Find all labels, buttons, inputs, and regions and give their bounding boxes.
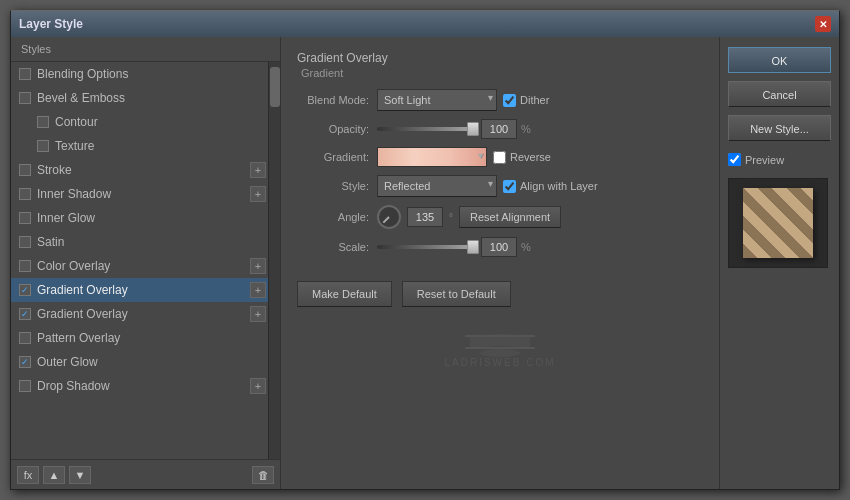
angle-input[interactable]: [407, 207, 443, 227]
ok-button[interactable]: OK: [728, 47, 831, 73]
fx-button[interactable]: fx: [17, 466, 39, 484]
checkbox-contour[interactable]: [37, 116, 49, 128]
reverse-checkbox-label[interactable]: Reverse: [493, 151, 551, 164]
dither-label: Dither: [520, 94, 549, 106]
blend-mode-select-wrapper: Soft Light Normal Multiply Screen Overla…: [377, 89, 497, 111]
dialog-title: Layer Style: [19, 17, 83, 31]
styles-header: Styles: [11, 37, 280, 62]
blend-mode-row: Blend Mode: Soft Light Normal Multiply S…: [297, 89, 703, 111]
add-gradient-overlay-1-button[interactable]: +: [250, 282, 266, 298]
new-style-button[interactable]: New Style...: [728, 115, 831, 141]
sidebar-item-satin[interactable]: Satin: [11, 230, 280, 254]
checkbox-gradient-overlay-2[interactable]: ✓: [19, 308, 31, 320]
blend-mode-label: Blend Mode:: [297, 94, 377, 106]
watermark: LADRISWEB.COM: [297, 327, 703, 368]
move-up-button[interactable]: ▲: [43, 466, 65, 484]
label-contour: Contour: [55, 115, 98, 129]
checkbox-texture[interactable]: [37, 140, 49, 152]
style-select[interactable]: Reflected Linear Radial Angle Diamond: [377, 175, 497, 197]
preview-checkbox-label[interactable]: Preview: [728, 153, 831, 166]
checkbox-blending[interactable]: [19, 68, 31, 80]
sidebar-item-contour[interactable]: Contour: [11, 110, 280, 134]
delete-button[interactable]: 🗑: [252, 466, 274, 484]
reset-default-button[interactable]: Reset to Default: [402, 281, 511, 307]
opacity-slider[interactable]: [377, 127, 477, 131]
title-bar: Layer Style ✕: [11, 11, 839, 37]
angle-row: Angle: ° Reset Alignment: [297, 205, 703, 229]
book-icon: [460, 327, 540, 357]
add-inner-shadow-button[interactable]: +: [250, 186, 266, 202]
sidebar-item-outer-glow[interactable]: ✓ Outer Glow: [11, 350, 280, 374]
sidebar-item-color-overlay[interactable]: Color Overlay +: [11, 254, 280, 278]
scale-control: %: [377, 237, 703, 257]
sidebar-item-stroke[interactable]: Stroke +: [11, 158, 280, 182]
reset-alignment-button[interactable]: Reset Alignment: [459, 206, 561, 228]
align-checkbox-label[interactable]: Align with Layer: [503, 180, 598, 193]
opacity-control: %: [377, 119, 703, 139]
checkbox-satin[interactable]: [19, 236, 31, 248]
align-checkbox[interactable]: [503, 180, 516, 193]
sidebar-item-inner-shadow[interactable]: Inner Shadow +: [11, 182, 280, 206]
sidebar-item-gradient-overlay-1[interactable]: ✓ Gradient Overlay +: [11, 278, 280, 302]
move-down-button[interactable]: ▼: [69, 466, 91, 484]
preview-label: Preview: [745, 154, 784, 166]
sidebar-item-blending[interactable]: Blending Options: [11, 62, 280, 86]
close-button[interactable]: ✕: [815, 16, 831, 32]
make-default-button[interactable]: Make Default: [297, 281, 392, 307]
sidebar-item-gradient-overlay-2[interactable]: ✓ Gradient Overlay +: [11, 302, 280, 326]
gradient-control: ▾ Reverse: [377, 147, 703, 167]
label-inner-glow: Inner Glow: [37, 211, 95, 225]
blend-mode-select[interactable]: Soft Light Normal Multiply Screen Overla…: [377, 89, 497, 111]
opacity-input[interactable]: [481, 119, 517, 139]
gradient-row: Gradient: ▾ Reverse: [297, 147, 703, 167]
angle-unit: °: [449, 212, 453, 223]
sidebar-item-pattern-overlay[interactable]: Pattern Overlay: [11, 326, 280, 350]
dither-checkbox-label[interactable]: Dither: [503, 94, 549, 107]
checkbox-gradient-overlay-1[interactable]: ✓: [19, 284, 31, 296]
preview-image: [743, 188, 813, 258]
preview-box: [728, 178, 828, 268]
gradient-preview-wrapper: ▾: [377, 147, 487, 167]
styles-list: Blending Options Bevel & Emboss Contour …: [11, 62, 280, 459]
style-row: Style: Reflected Linear Radial Angle Dia…: [297, 175, 703, 197]
label-gradient-overlay-1: Gradient Overlay: [37, 283, 128, 297]
scale-input[interactable]: [481, 237, 517, 257]
sidebar-item-inner-glow[interactable]: Inner Glow: [11, 206, 280, 230]
label-gradient-overlay-2: Gradient Overlay: [37, 307, 128, 321]
angle-dial[interactable]: [377, 205, 401, 229]
checkbox-stroke[interactable]: [19, 164, 31, 176]
svg-point-2: [480, 349, 520, 357]
checkbox-drop-shadow[interactable]: [19, 380, 31, 392]
add-drop-shadow-button[interactable]: +: [250, 378, 266, 394]
dither-checkbox[interactable]: [503, 94, 516, 107]
sidebar-item-texture[interactable]: Texture: [11, 134, 280, 158]
checkbox-outer-glow[interactable]: ✓: [19, 356, 31, 368]
add-gradient-overlay-2-button[interactable]: +: [250, 306, 266, 322]
gradient-preview[interactable]: ▾: [377, 147, 487, 167]
watermark-logo: LADRISWEB.COM: [297, 327, 703, 368]
checkbox-color-overlay[interactable]: [19, 260, 31, 272]
angle-label: Angle:: [297, 211, 377, 223]
scrollbar[interactable]: [268, 62, 280, 459]
scroll-thumb[interactable]: [270, 67, 280, 107]
checkbox-inner-glow[interactable]: [19, 212, 31, 224]
scale-slider[interactable]: [377, 245, 477, 249]
sidebar-item-bevel[interactable]: Bevel & Emboss: [11, 86, 280, 110]
add-color-overlay-button[interactable]: +: [250, 258, 266, 274]
opacity-thumb[interactable]: [467, 122, 479, 136]
preview-checkbox[interactable]: [728, 153, 741, 166]
checkbox-bevel[interactable]: [19, 92, 31, 104]
checkbox-pattern-overlay[interactable]: [19, 332, 31, 344]
add-stroke-button[interactable]: +: [250, 162, 266, 178]
cancel-button[interactable]: Cancel: [728, 81, 831, 107]
label-pattern-overlay: Pattern Overlay: [37, 331, 120, 345]
style-control: Reflected Linear Radial Angle Diamond Al…: [377, 175, 703, 197]
scale-thumb[interactable]: [467, 240, 479, 254]
label-color-overlay: Color Overlay: [37, 259, 110, 273]
label-stroke: Stroke: [37, 163, 72, 177]
reverse-checkbox[interactable]: [493, 151, 506, 164]
checkbox-inner-shadow[interactable]: [19, 188, 31, 200]
label-inner-shadow: Inner Shadow: [37, 187, 111, 201]
sidebar-item-drop-shadow[interactable]: Drop Shadow +: [11, 374, 280, 398]
opacity-unit: %: [521, 123, 531, 135]
